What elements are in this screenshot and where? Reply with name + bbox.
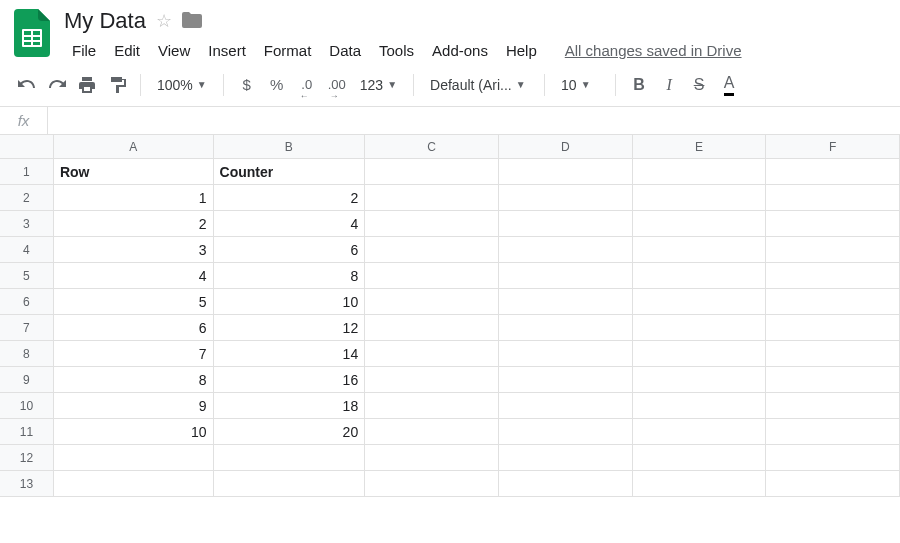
font-dropdown[interactable]: Default (Ari...▼ (424, 71, 534, 99)
cell-E13[interactable] (633, 471, 767, 497)
menu-edit[interactable]: Edit (106, 38, 148, 63)
cell-C7[interactable] (365, 315, 499, 341)
cell-C1[interactable] (365, 159, 499, 185)
cell-D5[interactable] (499, 263, 633, 289)
cell-B10[interactable]: 18 (214, 393, 366, 419)
cell-D13[interactable] (499, 471, 633, 497)
cell-B7[interactable]: 12 (214, 315, 366, 341)
cell-B11[interactable]: 20 (214, 419, 366, 445)
menu-insert[interactable]: Insert (200, 38, 254, 63)
cell-E10[interactable] (633, 393, 767, 419)
cell-B13[interactable] (214, 471, 366, 497)
redo-button[interactable] (44, 71, 70, 99)
cell-D10[interactable] (499, 393, 633, 419)
cell-F13[interactable] (766, 471, 900, 497)
cell-A4[interactable]: 3 (54, 237, 214, 263)
cell-C8[interactable] (365, 341, 499, 367)
cell-E1[interactable] (633, 159, 767, 185)
menu-help[interactable]: Help (498, 38, 545, 63)
cell-C3[interactable] (365, 211, 499, 237)
zoom-dropdown[interactable]: 100%▼ (151, 71, 213, 99)
print-button[interactable] (74, 71, 100, 99)
cell-B2[interactable]: 2 (214, 185, 366, 211)
row-header-10[interactable]: 10 (0, 393, 54, 419)
cell-D1[interactable] (499, 159, 633, 185)
cell-A10[interactable]: 9 (54, 393, 214, 419)
row-header-8[interactable]: 8 (0, 341, 54, 367)
col-header-C[interactable]: C (365, 135, 499, 159)
col-header-D[interactable]: D (499, 135, 633, 159)
cell-F4[interactable] (766, 237, 900, 263)
row-header-6[interactable]: 6 (0, 289, 54, 315)
cell-E7[interactable] (633, 315, 767, 341)
cell-C5[interactable] (365, 263, 499, 289)
cell-D8[interactable] (499, 341, 633, 367)
cell-B6[interactable]: 10 (214, 289, 366, 315)
star-icon[interactable]: ☆ (156, 10, 172, 32)
cell-C13[interactable] (365, 471, 499, 497)
cell-D9[interactable] (499, 367, 633, 393)
menu-data[interactable]: Data (321, 38, 369, 63)
cell-B9[interactable]: 16 (214, 367, 366, 393)
row-header-4[interactable]: 4 (0, 237, 54, 263)
cell-A3[interactable]: 2 (54, 211, 214, 237)
cell-B4[interactable]: 6 (214, 237, 366, 263)
cell-C2[interactable] (365, 185, 499, 211)
increase-decimal-button[interactable]: .00→ (324, 71, 350, 99)
menu-add-ons[interactable]: Add-ons (424, 38, 496, 63)
cell-E3[interactable] (633, 211, 767, 237)
cell-A13[interactable] (54, 471, 214, 497)
row-header-5[interactable]: 5 (0, 263, 54, 289)
cell-F1[interactable] (766, 159, 900, 185)
bold-button[interactable]: B (626, 71, 652, 99)
cell-A11[interactable]: 10 (54, 419, 214, 445)
col-header-B[interactable]: B (214, 135, 366, 159)
paint-format-button[interactable] (104, 71, 130, 99)
cell-E11[interactable] (633, 419, 767, 445)
cell-F7[interactable] (766, 315, 900, 341)
cell-B12[interactable] (214, 445, 366, 471)
cell-F12[interactable] (766, 445, 900, 471)
cell-C9[interactable] (365, 367, 499, 393)
cell-A2[interactable]: 1 (54, 185, 214, 211)
cell-F9[interactable] (766, 367, 900, 393)
cell-A6[interactable]: 5 (54, 289, 214, 315)
row-header-11[interactable]: 11 (0, 419, 54, 445)
cell-B8[interactable]: 14 (214, 341, 366, 367)
menu-file[interactable]: File (64, 38, 104, 63)
save-status[interactable]: All changes saved in Drive (565, 42, 742, 59)
cell-D4[interactable] (499, 237, 633, 263)
cell-A5[interactable]: 4 (54, 263, 214, 289)
cell-F2[interactable] (766, 185, 900, 211)
sheets-logo-icon[interactable] (12, 8, 52, 58)
cell-E9[interactable] (633, 367, 767, 393)
cell-C12[interactable] (365, 445, 499, 471)
row-header-13[interactable]: 13 (0, 471, 54, 497)
row-header-3[interactable]: 3 (0, 211, 54, 237)
cell-B3[interactable]: 4 (214, 211, 366, 237)
cell-A8[interactable]: 7 (54, 341, 214, 367)
undo-button[interactable] (14, 71, 40, 99)
cell-E2[interactable] (633, 185, 767, 211)
number-format-dropdown[interactable]: 123▼ (354, 71, 403, 99)
cell-C6[interactable] (365, 289, 499, 315)
row-header-12[interactable]: 12 (0, 445, 54, 471)
select-all-corner[interactable] (0, 135, 54, 159)
cell-F6[interactable] (766, 289, 900, 315)
cell-D2[interactable] (499, 185, 633, 211)
row-header-1[interactable]: 1 (0, 159, 54, 185)
cell-B1[interactable]: Counter (214, 159, 366, 185)
row-header-2[interactable]: 2 (0, 185, 54, 211)
cell-F3[interactable] (766, 211, 900, 237)
cell-E6[interactable] (633, 289, 767, 315)
row-header-7[interactable]: 7 (0, 315, 54, 341)
row-header-9[interactable]: 9 (0, 367, 54, 393)
cell-A12[interactable] (54, 445, 214, 471)
cell-C10[interactable] (365, 393, 499, 419)
cell-D12[interactable] (499, 445, 633, 471)
cell-F10[interactable] (766, 393, 900, 419)
col-header-F[interactable]: F (766, 135, 900, 159)
cell-E4[interactable] (633, 237, 767, 263)
cell-A7[interactable]: 6 (54, 315, 214, 341)
cell-E8[interactable] (633, 341, 767, 367)
